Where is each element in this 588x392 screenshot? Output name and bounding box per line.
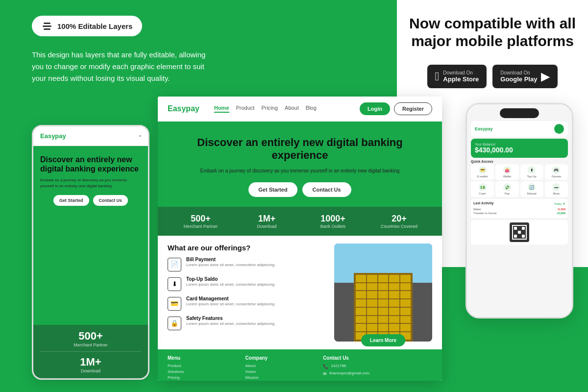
stat-download-num: 1M+ <box>234 214 300 224</box>
games-icon: 🎮 <box>552 166 560 174</box>
quick-access-title: Quick Access <box>471 160 568 163</box>
footer-menu-col: Menu Product Solutions Pricing Blog <box>168 355 241 381</box>
lm-subtitle: Embark on a journey of discovery as you … <box>40 177 141 189</box>
stat-bank-num: 1000+ <box>300 214 366 224</box>
contact-us-button[interactable]: Contact Us <box>302 182 351 197</box>
offering-safety-name: Safety Features <box>186 316 274 321</box>
nav-about[interactable]: About <box>285 105 299 113</box>
cash-icon: 💵 <box>479 183 487 191</box>
site-footer: Menu Product Solutions Pricing Blog Comp… <box>158 349 442 381</box>
hero-title: Discover an entirely new digital banking… <box>168 136 432 162</box>
icon-more: ••• More <box>545 181 568 197</box>
reload-icon: 🔄 <box>528 183 536 191</box>
footer-link-product[interactable]: Product <box>168 364 241 368</box>
offerings-right: Learn More <box>334 244 432 342</box>
wallet-icon: 👛 <box>503 166 511 174</box>
activity-water-label: Water <box>473 208 481 211</box>
apple-store-sub: Download On <box>443 70 479 75</box>
nav-blog[interactable]: Blog <box>306 105 317 113</box>
google-play-sub: Download On <box>500 70 537 75</box>
nav-product[interactable]: Product <box>236 105 255 113</box>
offering-safety-desc: Lorem ipsum dolor sit amet, consectetur … <box>186 321 274 326</box>
footer-company-mission[interactable]: Mission <box>245 375 318 380</box>
bill-icon: 📄 <box>168 258 181 271</box>
stat-merchant-num: 500+ <box>168 214 234 224</box>
today-label: Today ▼ <box>554 202 565 205</box>
description-text: This design has layers that are fully ed… <box>32 49 208 84</box>
layers-icon <box>42 21 52 31</box>
stat-countries-num: 20+ <box>366 214 432 224</box>
offering-safety: 🔒 Safety Features Lorem ipsum dolor sit … <box>168 316 326 330</box>
apple-icon:  <box>435 70 440 83</box>
lm-buttons: Get Started Contact Us <box>40 195 141 206</box>
site-hero: Discover an entirely new digital banking… <box>158 122 442 207</box>
icon-reload: 🔄 Reload <box>520 181 543 197</box>
lm-contact-button[interactable]: Contact Us <box>93 195 128 206</box>
icon-pay: 💸 Pay <box>495 181 518 197</box>
footer-company-title: Company <box>245 355 318 361</box>
ewallet-icon: 💳 <box>479 166 487 174</box>
lm-stat1-label: Merchant Partner <box>40 343 141 347</box>
offering-topup-desc: Lorem ipsum dolor sit amet, consectetur … <box>186 282 274 287</box>
offerings-section: What are our offerings? 📄 Bill Payment L… <box>158 236 442 349</box>
activity-row-transfer: Transfer to Social +5,066 <box>473 212 565 215</box>
footer-company-about[interactable]: About <box>245 364 318 368</box>
offering-bill-name: Bill Payment <box>186 257 274 262</box>
offerings-left: What are our offerings? 📄 Bill Payment L… <box>168 244 326 342</box>
hero-subtitle: Embark on a journey of discovery as you … <box>168 167 432 174</box>
stat-merchant: 500+ Merchant Partner <box>168 214 234 229</box>
footer-contact-title: Contact Us <box>323 355 432 361</box>
more-icon: ••• <box>552 183 560 191</box>
last-activity-title: Last Activity <box>473 201 493 205</box>
nav-right: Login Register <box>360 102 432 115</box>
website-mockup: Easypay Home Product Pricing About Blog … <box>158 97 442 381</box>
stat-countries: 20+ Countries Covered <box>366 214 432 229</box>
lm-stats: 500+ Merchant Partner 1M+ Download <box>33 325 148 378</box>
play-icon: ▶ <box>541 70 550 83</box>
activity-transfer-label: Transfer to Social <box>473 212 496 215</box>
offering-topup-text: Top-Up Saldo Lorem ipsum dolor sit amet,… <box>186 276 274 287</box>
footer-link-solutions[interactable]: Solutions <box>168 369 241 374</box>
stat-bank: 1000+ Bank Outlets <box>300 214 366 229</box>
last-activity: Last Activity Today ▼ Water -5,306 Trans… <box>471 199 568 218</box>
nav-home[interactable]: Home <box>214 105 229 113</box>
icon-ewallet: 💳 E-wallet <box>471 164 494 180</box>
activity-transfer-amount: +5,066 <box>556 212 565 215</box>
footer-menu-title: Menu <box>168 355 241 361</box>
activity-water-amount: -5,306 <box>557 208 565 211</box>
footer-phone-item: 📞 1421788 <box>323 364 432 369</box>
phone-screen: Easypay Your Balance: $430,000.00 Quick … <box>467 104 572 317</box>
balance-amount: $430,000.00 <box>475 146 564 154</box>
footer-link-pricing[interactable]: Pricing <box>168 375 241 380</box>
footer-email-item: ✉ financepro@gmail.com <box>323 371 432 376</box>
left-mobile-mockup: Easypay ≡ Discover an entirely new digit… <box>32 125 149 380</box>
lm-title: Discover an entirely new digital banking… <box>40 155 141 173</box>
google-play-text: Download On Google Play <box>500 70 537 83</box>
lm-get-started-button[interactable]: Get Started <box>53 195 89 206</box>
compatible-title: Now compatible with all major mobile pla… <box>407 15 578 50</box>
offerings-image <box>334 244 432 342</box>
phone-mockup: Easypay Your Balance: $430,000.00 Quick … <box>466 103 573 318</box>
get-started-button[interactable]: Get Started <box>248 182 297 197</box>
lm-nav-home: ≡ <box>139 134 141 138</box>
building-shape <box>354 273 413 342</box>
apple-store-button[interactable]:  Download On Apple Store <box>427 65 487 88</box>
footer-email: financepro@gmail.com <box>329 371 369 375</box>
footer-company-vision[interactable]: Vision <box>245 369 318 374</box>
left-mobile-screen: Easypay ≡ Discover an entirely new digit… <box>33 126 148 378</box>
login-button[interactable]: Login <box>360 102 390 115</box>
register-button[interactable]: Register <box>394 102 432 115</box>
badge-text: 100% Editable Layers <box>57 22 132 30</box>
topup-icon: ⬆ <box>528 166 536 174</box>
google-play-button[interactable]: Download On Google Play ▶ <box>492 65 558 88</box>
icon-cash: 💵 Cash <box>471 181 494 197</box>
nav-pricing[interactable]: Pricing <box>261 105 278 113</box>
learn-more-button[interactable]: Learn More <box>361 334 405 346</box>
stat-bank-label: Bank Outlets <box>300 224 366 229</box>
stat-merchant-label: Merchant Partner <box>168 224 234 229</box>
site-nav: Home Product Pricing About Blog <box>214 105 317 113</box>
offering-topup-name: Top-Up Saldo <box>186 276 274 282</box>
email-icon: ✉ <box>323 371 327 376</box>
stat-download-label: Download <box>234 224 300 229</box>
offering-bill-text: Bill Payment Lorem ipsum dolor sit amet,… <box>186 257 274 268</box>
